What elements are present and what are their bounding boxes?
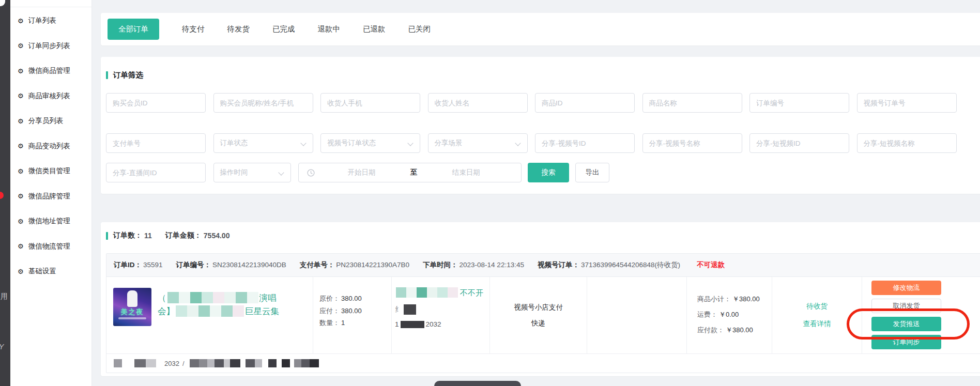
share-scene-select[interactable]: 分享场景 (428, 133, 528, 153)
product-id-input[interactable] (535, 93, 635, 113)
sidebar-item-product-change[interactable]: ⚙商品变动列表 (10, 134, 91, 159)
channels-order-status-select[interactable]: 视频号订单状态 (320, 133, 420, 153)
end-date-placeholder[interactable]: 结束日期 (419, 168, 513, 177)
censor-mosaic (396, 287, 458, 299)
order-amount-label: 订单金额： (165, 231, 202, 240)
gear-icon: ⚙ (18, 168, 24, 175)
amount-due-value: ￥380.00 (726, 326, 753, 334)
no-refund-badge: 不可退款 (697, 260, 725, 270)
sidebar-item-product-audit[interactable]: ⚙商品审核列表 (10, 84, 91, 109)
order-sn-input[interactable] (749, 93, 849, 113)
select-placeholder: 分享场景 (435, 138, 463, 148)
gear-icon: ⚙ (18, 193, 24, 199)
amount-due-label: 应付款： (697, 326, 724, 334)
buyer-nickname-input[interactable] (213, 93, 313, 113)
share-video-name-input[interactable] (857, 133, 957, 153)
sidebar-item-order-sync-list[interactable]: ⚙订单同步列表 (10, 34, 91, 59)
cancel-shipment-button[interactable]: 取消发货 (871, 299, 941, 313)
sidebar-item-label: 微信物流管理 (28, 242, 70, 251)
sidebar-item-wechat-brand[interactable]: ⚙微信品牌管理 (10, 184, 91, 209)
sidebar-item-label: 微信品牌管理 (28, 192, 70, 201)
share-liveroom-id-input[interactable] (106, 163, 206, 182)
pay-sn-value: PN230814221390A7B0 (336, 261, 409, 269)
shipping-method: 快递 (531, 319, 545, 328)
tab-refunding[interactable]: 退款中 (318, 24, 341, 34)
title-fragment: 演唱 (259, 291, 277, 304)
title-fragment: 巨星云集 (245, 304, 279, 318)
sidebar-item-wechat-category[interactable]: ⚙微信类目管理 (10, 159, 91, 184)
gear-icon: ⚙ (18, 218, 24, 225)
sidebar-item-wechat-address[interactable]: ⚙微信地址管理 (10, 209, 91, 234)
totals-cell: 商品小计：￥380.00 运费：￥0.00 应付款：￥380.00 (687, 277, 772, 353)
sidebar-item-label: 基础设置 (28, 267, 56, 276)
start-date-placeholder[interactable]: 开始日期 (315, 168, 408, 177)
sidebar-item-wechat-product[interactable]: ⚙微信商品管理 (10, 58, 91, 84)
filter-row-2: 订单状态 视频号订单状态 分享场景 (106, 133, 964, 153)
sidebar-item-basic-settings[interactable]: ⚙基础设置 (10, 259, 91, 284)
bottom-clipped-dark-pill (434, 381, 521, 386)
tab-pending-shipment[interactable]: 待发货 (227, 24, 250, 34)
filter-row-3: 操作时间 开始日期 至 结束日期 搜索 导出 (106, 163, 609, 182)
tab-all-orders[interactable]: 全部订单 (108, 19, 159, 40)
tab-refunded[interactable]: 已退款 (363, 24, 386, 34)
search-button[interactable]: 搜索 (528, 163, 569, 182)
address-row: 2032 / (106, 353, 980, 373)
tab-completed[interactable]: 已完成 (272, 24, 295, 34)
receiver-name-input[interactable] (428, 93, 528, 113)
sidebar-item-wechat-logistics[interactable]: ⚙微信物流管理 (10, 234, 91, 259)
address-fragment: 2032 (164, 360, 179, 367)
censor-mosaic (114, 359, 122, 367)
share-video-id-input[interactable] (749, 133, 849, 153)
shipment-push-button[interactable]: 发货推送 (871, 317, 941, 331)
order-count-label: 订单数： (113, 231, 142, 240)
order-sync-button[interactable]: 订单同步 (871, 335, 941, 349)
order-body: 美之夜 （ 演唱 会】 巨星云集 (106, 277, 980, 353)
quantity-label: 数量： (319, 319, 340, 327)
gear-icon: ⚙ (18, 268, 24, 275)
view-detail-link[interactable]: 查看详情 (803, 319, 831, 329)
channels-order-sn-input[interactable] (857, 93, 957, 113)
censor-mosaic (134, 359, 156, 367)
notification-badge (0, 192, 4, 199)
payment-sn-input[interactable] (106, 133, 206, 153)
censor-mosaic (190, 359, 319, 367)
order-status-select[interactable]: 订单状态 (213, 133, 313, 153)
sidebar-item-order-list[interactable]: ⚙订单列表 (10, 8, 91, 34)
order-sn-value: SN23081422139040DB (212, 261, 286, 269)
subtotal-label: 商品小计： (697, 295, 731, 303)
sidebar-item-label: 分享员列表 (28, 116, 64, 126)
tab-pending-payment[interactable]: 待支付 (182, 24, 205, 34)
order-header: 订单ID：35591 订单编号：SN23081422139040DB 支付单号：… (106, 254, 980, 277)
share-channel-name-input[interactable] (642, 133, 742, 153)
tab-closed[interactable]: 已关闭 (408, 24, 431, 34)
title-fragment: （ (158, 291, 166, 304)
chevron-down-icon (407, 140, 413, 146)
sidebar-item-sharer-list[interactable]: ⚙分享员列表 (10, 109, 91, 134)
payment-cell: 视频号小店支付 快递 (490, 277, 587, 353)
sidebar-menu: ⚙订单列表 ⚙订单同步列表 ⚙微信商品管理 ⚙商品审核列表 ⚙分享员列表 ⚙商品… (10, 8, 91, 284)
clock-icon (307, 169, 315, 177)
order-status-tabs: 全部订单 待支付 待发货 已完成 退款中 已退款 已关闭 (101, 13, 980, 45)
poster-title-text: 美之夜 (113, 307, 151, 317)
quantity-value: 1 (341, 319, 345, 327)
receiver-phone-input[interactable] (320, 93, 420, 113)
product-name-input[interactable] (642, 93, 742, 113)
section-marker-bar (106, 71, 108, 79)
actions-cell: 修改物流 取消发货 发货推送 订单同步 (862, 277, 980, 353)
select-placeholder: 操作时间 (220, 168, 248, 177)
product-title: （ 演唱 会】 巨星云集 (158, 288, 279, 353)
order-filter-panel: 订单筛选 订单状态 视频号订单状态 分享场景 操作时间 (101, 57, 980, 194)
poster-subtitle-bar (118, 317, 146, 319)
operate-time-select[interactable]: 操作时间 (213, 163, 291, 182)
export-button[interactable]: 导出 (575, 163, 609, 182)
modify-logistics-button[interactable]: 修改物流 (871, 281, 941, 295)
share-channel-id-input[interactable] (535, 133, 635, 153)
date-range-picker[interactable]: 开始日期 至 结束日期 (298, 163, 522, 182)
order-count-value: 11 (144, 231, 152, 240)
rail-clipped-text: 用 (1, 292, 8, 301)
chevron-down-icon (515, 140, 520, 146)
buyer-id-input[interactable] (106, 93, 206, 113)
orig-price-value: 380.00 (341, 295, 362, 302)
payable-label: 应付： (319, 307, 340, 315)
customer-nickname-fragment: 不不开 (460, 288, 483, 298)
